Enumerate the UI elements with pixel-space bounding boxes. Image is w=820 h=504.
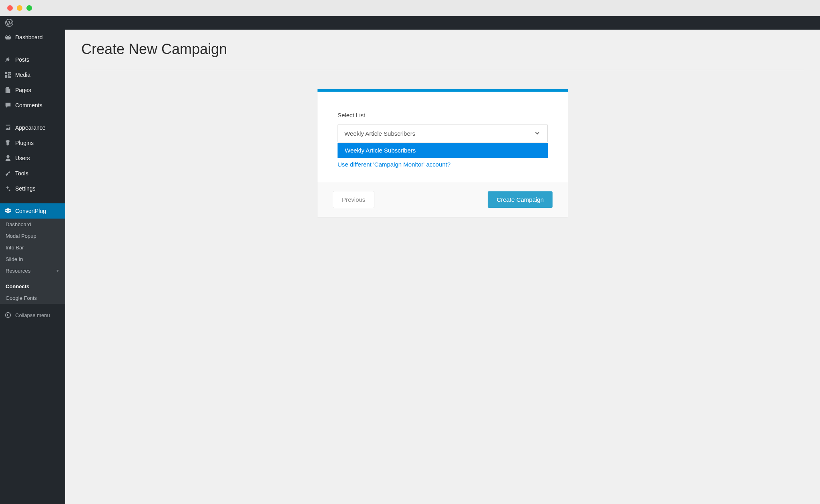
plugins-icon [4, 139, 12, 147]
collapse-icon [4, 311, 12, 319]
appearance-icon [4, 124, 12, 132]
select-list-dropdown[interactable]: Weekly Article Subscribers [338, 124, 548, 143]
sidebar-item-tools[interactable]: Tools [0, 166, 65, 181]
wordpress-logo-icon[interactable] [5, 19, 13, 27]
dropdown-option-weekly[interactable]: Weekly Article Subscribers [338, 143, 548, 158]
card-footer: Previous Create Campaign [318, 182, 568, 217]
convertplug-icon [4, 207, 12, 215]
traffic-light-minimize[interactable] [17, 5, 22, 11]
settings-icon [4, 185, 12, 193]
sidebar-item-plugins[interactable]: Plugins [0, 135, 65, 151]
sidebar-item-label: Plugins [15, 140, 34, 146]
users-icon [4, 154, 12, 162]
previous-button[interactable]: Previous [333, 191, 374, 208]
pages-icon [4, 86, 12, 94]
select-list-label: Select List [338, 112, 548, 118]
sidebar-item-label: ConvertPlug [15, 208, 46, 214]
collapse-label: Collapse menu [15, 312, 50, 318]
submenu-convertplug: Dashboard Modal Popup Info Bar Slide In … [0, 219, 65, 304]
chevron-down-icon [534, 129, 541, 138]
select-value: Weekly Article Subscribers [344, 130, 415, 137]
admin-sidebar: Dashboard Posts Media Pages Comments App [0, 30, 65, 504]
media-icon [4, 71, 12, 79]
submenu-item-modal-popup[interactable]: Modal Popup [0, 230, 65, 242]
tools-icon [4, 169, 12, 177]
sidebar-item-convertplug[interactable]: ConvertPlug [0, 203, 65, 219]
campaign-card: Select List Weekly Article Subscribers W… [318, 89, 568, 217]
sidebar-item-users[interactable]: Users [0, 151, 65, 166]
sidebar-item-appearance[interactable]: Appearance [0, 120, 65, 135]
dashboard-icon [4, 33, 12, 41]
sidebar-item-label: Tools [15, 170, 28, 177]
submenu-item-info-bar[interactable]: Info Bar [0, 242, 65, 253]
sidebar-item-label: Comments [15, 102, 42, 108]
sidebar-item-settings[interactable]: Settings [0, 181, 65, 196]
browser-chrome [0, 0, 820, 16]
sidebar-item-label: Pages [15, 87, 31, 93]
submenu-item-google-fonts[interactable]: Google Fonts [0, 292, 65, 304]
submenu-item-dashboard[interactable]: Dashboard [0, 219, 65, 230]
sidebar-item-label: Settings [15, 185, 36, 192]
sidebar-item-label: Posts [15, 56, 29, 63]
pin-icon [4, 56, 12, 64]
main-content: Create New Campaign Select List Weekly A… [65, 30, 820, 504]
sidebar-item-label: Dashboard [15, 34, 43, 40]
sidebar-item-media[interactable]: Media [0, 67, 65, 82]
sidebar-item-pages[interactable]: Pages [0, 82, 65, 98]
use-different-account-link[interactable]: Use different 'Campaign Monitor' account… [338, 158, 450, 168]
traffic-light-maximize[interactable] [26, 5, 32, 11]
sidebar-item-label: Appearance [15, 124, 46, 131]
wp-admin-bar [0, 16, 820, 30]
sidebar-item-label: Media [15, 72, 30, 78]
submenu-item-slide-in[interactable]: Slide In [0, 253, 65, 265]
create-campaign-button[interactable]: Create Campaign [488, 191, 553, 208]
divider [81, 70, 804, 70]
sidebar-item-comments[interactable]: Comments [0, 98, 65, 113]
sidebar-item-label: Users [15, 155, 30, 161]
svg-point-0 [6, 313, 11, 318]
sidebar-item-dashboard[interactable]: Dashboard [0, 30, 65, 45]
chevron-down-icon: ▼ [56, 269, 60, 273]
submenu-item-resources[interactable]: Resources ▼ [0, 265, 65, 277]
comments-icon [4, 101, 12, 109]
collapse-menu-button[interactable]: Collapse menu [0, 307, 65, 323]
submenu-item-connects[interactable]: Connects [0, 281, 65, 292]
page-title: Create New Campaign [81, 41, 804, 58]
sidebar-item-posts[interactable]: Posts [0, 52, 65, 67]
traffic-light-close[interactable] [7, 5, 13, 11]
